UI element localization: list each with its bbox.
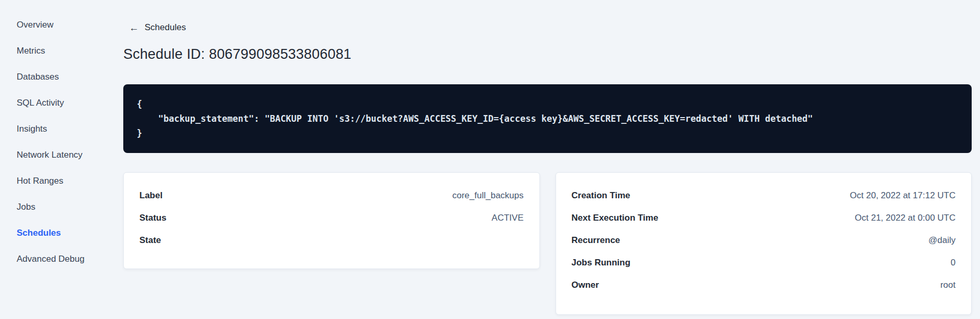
sidebar: Overview Metrics Databases SQL Activity … (0, 0, 123, 319)
row-value-text: Oct 20, 2022 at 17:12 UTC (850, 190, 956, 201)
row-creation-time: Creation Time Oct 20, 2022 at 17:12 UTC (572, 184, 956, 207)
row-value-text: 0 (951, 258, 956, 268)
row-jobs-running: Jobs Running 0 (572, 251, 956, 274)
row-value-text: core_full_backups (452, 190, 523, 201)
sidebar-item-label: Metrics (17, 46, 45, 56)
sidebar-item-label: Jobs (17, 202, 35, 212)
row-state: State (139, 229, 524, 251)
sidebar-item-label: Insights (17, 124, 47, 134)
sidebar-item-network-latency[interactable]: Network Latency (0, 142, 123, 168)
back-link-label[interactable]: Schedules (145, 22, 186, 33)
summary-cards: Label core_full_backups Status ACTIVE St… (123, 172, 972, 315)
sidebar-item-hot-ranges[interactable]: Hot Ranges (0, 168, 123, 194)
sidebar-item-label: Schedules (17, 228, 61, 238)
row-value-text: ACTIVE (492, 213, 523, 223)
sidebar-item-label: SQL Activity (17, 98, 64, 108)
code-line: } (137, 126, 958, 141)
execution-summary-card: Creation Time Oct 20, 2022 at 17:12 UTC … (556, 172, 972, 315)
row-owner: Owner root (572, 274, 956, 296)
sidebar-item-advanced-debug[interactable]: Advanced Debug (0, 246, 123, 272)
code-line: "backup_statement": "BACKUP INTO 's3://b… (137, 111, 958, 126)
sidebar-item-databases[interactable]: Databases (0, 64, 123, 90)
row-label-text: Status (139, 213, 166, 223)
main-content: ← Schedules Schedule ID: 806799098533806… (123, 0, 980, 319)
row-label: Label core_full_backups (139, 184, 524, 207)
sidebar-item-label: Network Latency (17, 150, 83, 160)
row-recurrence: Recurrence @daily (572, 229, 956, 251)
row-label-text: Jobs Running (572, 258, 630, 268)
sidebar-item-label: Advanced Debug (17, 254, 84, 264)
back-to-schedules-link[interactable]: ← Schedules (123, 22, 186, 33)
row-value-text: @daily (929, 235, 956, 246)
back-arrow-icon[interactable]: ← (129, 23, 139, 33)
sidebar-item-label: Databases (17, 72, 59, 82)
row-label-text: Recurrence (572, 235, 621, 246)
schedule-summary-card: Label core_full_backups Status ACTIVE St… (123, 172, 540, 269)
row-value-text: root (940, 280, 956, 290)
row-next-execution-time: Next Execution Time Oct 21, 2022 at 0:00… (572, 207, 956, 229)
sidebar-item-label: Hot Ranges (17, 176, 63, 186)
row-label-text: State (139, 235, 161, 246)
row-status: Status ACTIVE (139, 207, 524, 229)
sidebar-item-metrics[interactable]: Metrics (0, 38, 123, 64)
sidebar-item-schedules[interactable]: Schedules (0, 220, 123, 246)
row-label-text: Next Execution Time (572, 213, 659, 223)
sidebar-item-sql-activity[interactable]: SQL Activity (0, 90, 123, 116)
row-label-text: Creation Time (572, 190, 630, 201)
page-title: Schedule ID: 806799098533806081 (123, 46, 972, 62)
row-value-text: Oct 21, 2022 at 0:00 UTC (855, 213, 956, 223)
backup-statement-code-block: { "backup_statement": "BACKUP INTO 's3:/… (123, 84, 972, 153)
sidebar-item-label: Overview (17, 20, 54, 30)
sidebar-item-overview[interactable]: Overview (0, 12, 123, 38)
row-label-text: Owner (572, 280, 599, 290)
code-line: { (137, 97, 958, 111)
sidebar-item-jobs[interactable]: Jobs (0, 194, 123, 220)
app: Overview Metrics Databases SQL Activity … (0, 0, 980, 319)
row-label-text: Label (139, 190, 162, 201)
sidebar-item-insights[interactable]: Insights (0, 116, 123, 142)
